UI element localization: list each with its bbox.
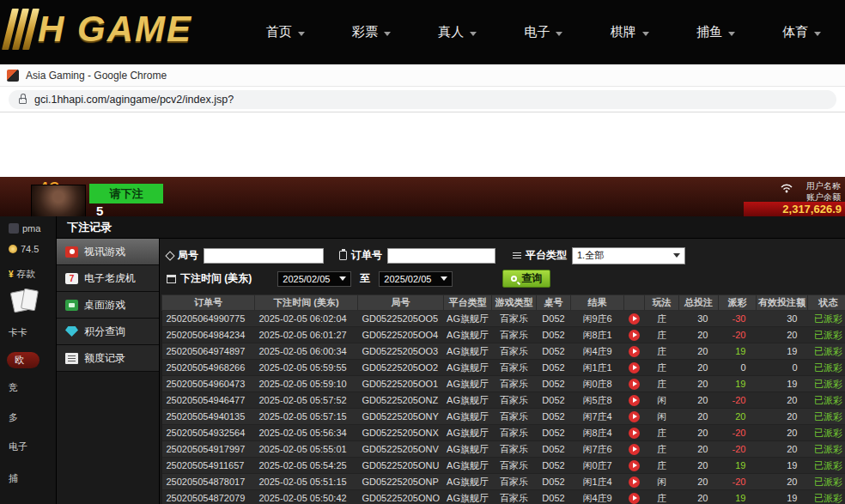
dealer-photo xyxy=(31,185,86,219)
menu-item-4[interactable]: 额度记录 xyxy=(57,345,159,372)
col-header-4: 游戏类型 xyxy=(492,295,537,311)
replay-icon[interactable] xyxy=(629,493,640,504)
table-row: 2502050549179972025-02-05 05:55:01GD0522… xyxy=(162,441,845,458)
table-row: 2502050549604732025-02-05 05:59:10GD0522… xyxy=(162,376,845,392)
chevron-down-icon xyxy=(339,276,346,281)
table-row: 2502050549682662025-02-05 05:59:55GD0522… xyxy=(162,360,845,376)
lobby-sidebar: pma74.5存款卡卡欧竞多电子捕 xyxy=(0,216,56,504)
replay-icon[interactable] xyxy=(629,346,640,357)
list-icon xyxy=(513,252,521,253)
lobby-fragment-2: 存款 xyxy=(9,268,36,281)
wifi-icon xyxy=(780,181,793,197)
table-header-row: 订单号下注时间 (美东)局号平台类型游戏类型桌号结果玩法总投注派彩有效投注额状态 xyxy=(162,295,845,311)
col-header-9: 总投注 xyxy=(679,295,719,311)
betting-records-panel: 下注记录 视讯游戏电子老虎机桌面游戏积分查询额度记录 局号 xyxy=(56,216,845,504)
table-row: 2502050549401352025-02-05 05:57:15GD0522… xyxy=(162,409,845,425)
user-name-label: 用户名称 xyxy=(806,180,841,192)
nav-item-2[interactable]: 真人 xyxy=(438,24,477,40)
table-row: 2502050649842342025-02-05 06:01:27GD0522… xyxy=(162,327,845,343)
nav-item-6[interactable]: 体育 xyxy=(782,24,821,40)
browser-titlebar[interactable]: Asia Gaming - Google Chrome xyxy=(0,64,845,87)
col-header-7 xyxy=(624,295,645,311)
logo-text: H GAME xyxy=(38,9,192,50)
order-input[interactable] xyxy=(387,248,495,264)
replay-icon[interactable] xyxy=(629,444,640,455)
replay-icon[interactable] xyxy=(629,330,640,341)
lobby-fragment-6: 多 xyxy=(9,411,18,424)
clipboard-icon xyxy=(339,251,347,260)
lobby-fragment-3: 卡卡 xyxy=(9,326,27,339)
window-title: Asia Gaming - Google Chrome xyxy=(26,70,167,82)
search-button[interactable]: 查询 xyxy=(502,270,550,288)
chevron-down-icon xyxy=(814,32,821,36)
platform-filter-label: 平台类型 xyxy=(513,248,567,263)
col-header-5: 桌号 xyxy=(537,295,571,311)
diamond-outline-icon xyxy=(165,251,174,260)
bet-records-table: 订单号下注时间 (美东)局号平台类型游戏类型桌号结果玩法总投注派彩有效投注额状态… xyxy=(161,295,845,504)
lock-icon[interactable] xyxy=(19,98,27,104)
table-row: 2502050549116572025-02-05 05:54:25GD0522… xyxy=(162,458,845,474)
chevron-down-icon xyxy=(384,32,391,36)
screen: H GAME 首页彩票真人电子棋牌捕鱼体育 Asia Gaming - Goog… xyxy=(0,0,845,504)
order-filter-label: 订单号 xyxy=(339,248,382,263)
nav-item-5[interactable]: 捕鱼 xyxy=(696,24,735,40)
replay-icon[interactable] xyxy=(629,395,640,406)
balance-banner: 2,317,626.9 xyxy=(744,202,845,216)
table-row: 2502050649748972025-02-05 06:00:34GD0522… xyxy=(162,343,845,360)
date-from-picker[interactable]: 2025/02/05 xyxy=(277,271,351,287)
replay-icon[interactable] xyxy=(629,411,640,422)
chevron-down-icon xyxy=(642,32,649,36)
replay-icon[interactable] xyxy=(629,379,640,390)
site-logo[interactable]: H GAME xyxy=(7,9,192,50)
replay-icon[interactable] xyxy=(629,477,640,488)
date-to-picker[interactable]: 2025/02/05 xyxy=(379,271,453,287)
col-header-10: 派彩 xyxy=(719,295,757,311)
table-game-icon xyxy=(65,300,78,311)
replay-icon[interactable] xyxy=(629,428,640,439)
chevron-down-icon xyxy=(728,32,735,36)
slot-machine-icon xyxy=(65,273,78,284)
nav-item-0[interactable]: 首页 xyxy=(266,24,305,40)
nav-item-3[interactable]: 电子 xyxy=(524,24,562,40)
nav-item-4[interactable]: 棋牌 xyxy=(611,24,649,40)
chevron-down-icon xyxy=(441,276,447,281)
lobby-fragment-5: 竞 xyxy=(9,381,18,394)
replay-icon[interactable] xyxy=(629,460,640,471)
round-input[interactable] xyxy=(204,248,324,264)
table-row: 2502050548780172025-02-05 05:51:15GD0522… xyxy=(162,474,845,490)
table-row: 2502050549325642025-02-05 05:56:34GD0522… xyxy=(162,425,845,441)
menu-item-2[interactable]: 桌面游戏 xyxy=(57,292,159,319)
menu-item-1[interactable]: 电子老虎机 xyxy=(57,265,159,292)
url-text: gci.1hhapi.com/agingame/pcv2/index.jsp? xyxy=(34,94,234,106)
balance-value: 2,317,626.9 xyxy=(782,203,842,216)
playing-cards-icon xyxy=(10,287,41,314)
lobby-fragment-0: pma xyxy=(9,223,40,234)
table-row: 2502050649907752025-02-05 06:02:04GD0522… xyxy=(162,311,845,327)
replay-icon[interactable] xyxy=(629,362,640,373)
menu-item-3[interactable]: 积分查询 xyxy=(57,319,159,345)
replay-icon[interactable] xyxy=(629,313,640,325)
diamond-icon xyxy=(65,326,78,337)
chevron-down-icon xyxy=(298,32,305,36)
magnifier-icon xyxy=(511,276,517,282)
col-header-11: 有效投注额 xyxy=(757,295,808,311)
logo-bars-icon xyxy=(2,9,40,50)
browser-toolbar: gci.1hhapi.com/agingame/pcv2/index.jsp? xyxy=(0,87,845,112)
video-camera-icon xyxy=(65,246,78,258)
lobby-fragment-7: 电子 xyxy=(9,440,27,453)
menu-item-0[interactable]: 视讯游戏 xyxy=(57,239,159,265)
chevron-down-icon xyxy=(470,32,477,36)
table-row: 2502050548720792025-02-05 05:50:42GD0522… xyxy=(162,490,845,504)
table-body: 2502050649907752025-02-05 06:02:04GD0522… xyxy=(162,311,845,504)
lobby-fragment-1: 74.5 xyxy=(9,244,39,254)
filters: 局号 订单号 xyxy=(161,243,843,295)
platform-select[interactable]: 1.全部 xyxy=(572,247,685,264)
nav-item-1[interactable]: 彩票 xyxy=(352,24,391,40)
lobby-fragment-8: 捕 xyxy=(9,472,18,485)
col-header-0: 订单号 xyxy=(162,295,255,311)
address-bar[interactable]: gci.1hhapi.com/agingame/pcv2/index.jsp? xyxy=(9,90,836,109)
panel-title: 下注记录 xyxy=(57,216,845,239)
time-filter-label: 下注时间 (美东) xyxy=(167,271,252,286)
site-header: H GAME 首页彩票真人电子棋牌捕鱼体育 xyxy=(0,0,845,64)
chevron-down-icon xyxy=(556,32,562,36)
